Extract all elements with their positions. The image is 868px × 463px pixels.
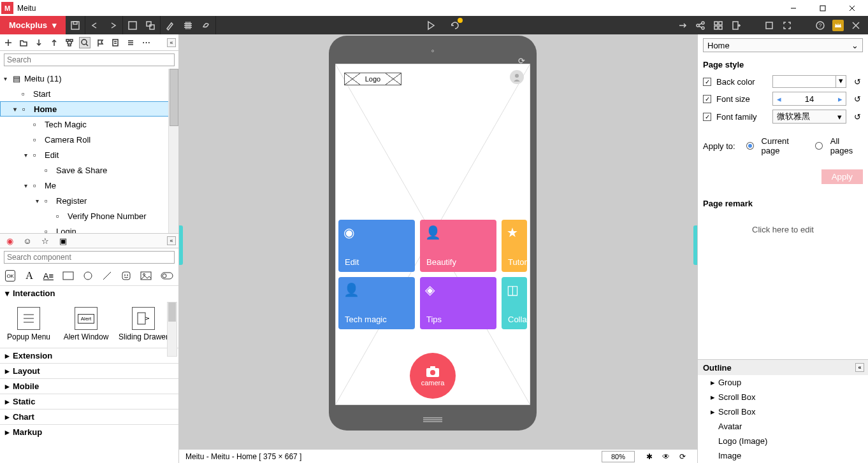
brand-menu[interactable]: Mockplus▾ [0, 16, 66, 34]
new-page-icon[interactable] [730, 20, 742, 31]
toggle-icon[interactable] [161, 270, 173, 281]
frame-icon[interactable] [763, 20, 775, 31]
mock-logo[interactable]: Logo [344, 73, 401, 85]
star-tab-icon[interactable]: ☆ [40, 235, 51, 246]
redo-icon[interactable] [107, 20, 119, 31]
template-tab-icon[interactable]: ▣ [57, 235, 69, 246]
grid-icon[interactable] [182, 20, 194, 31]
up-arrow-icon[interactable] [48, 37, 60, 48]
tree-scrollbar[interactable] [168, 69, 178, 233]
down-arrow-icon[interactable] [33, 37, 45, 48]
help-icon[interactable]: ? [814, 20, 826, 31]
category-chart[interactable]: ▸Chart [0, 409, 178, 424]
minimize-button[interactable] [779, 0, 808, 16]
tree-item-techmagic[interactable]: ▫Tech Magic [0, 117, 178, 132]
group-icon[interactable] [127, 20, 138, 31]
text-icon[interactable]: A [24, 270, 34, 281]
left-panel-handle[interactable] [179, 225, 183, 265]
eye-icon[interactable]: 👁 [660, 452, 672, 461]
export-icon[interactable] [677, 20, 688, 31]
ok-button-icon[interactable]: OK [5, 270, 15, 281]
page-selector[interactable]: Home⌄ [703, 38, 863, 52]
rectangle-icon[interactable] [62, 270, 74, 281]
image-icon[interactable] [140, 270, 152, 281]
line-icon[interactable] [102, 270, 112, 281]
outline-scrollbox2[interactable]: ▸Scroll Box [698, 404, 868, 419]
canvas[interactable]: ⟳ Logo ◉Edit 👤Beautify ★Tutor 👤Tech magi… [179, 34, 697, 463]
tree-item-me[interactable]: ▾▫Me [0, 178, 178, 193]
category-interaction[interactable]: ▾Interaction [0, 285, 178, 301]
note-icon[interactable] [110, 37, 121, 48]
outline-logo[interactable]: Logo (Image) [698, 434, 868, 448]
folder-icon[interactable] [18, 37, 29, 48]
fullscreen-icon[interactable] [781, 20, 793, 31]
tree-item-login[interactable]: ▫Login [0, 224, 178, 233]
tree-item-edit[interactable]: ▾▫Edit [0, 147, 178, 162]
more-icon[interactable]: ⋯ [140, 37, 152, 48]
category-markup[interactable]: ▸Markup [0, 424, 178, 439]
interaction-scrollbar[interactable] [167, 302, 177, 357]
category-extension[interactable]: ▸Extension [0, 348, 178, 363]
outline-image[interactable]: Image [698, 448, 868, 463]
search-toggle-icon[interactable] [79, 37, 90, 48]
tree-item-start[interactable]: ▫Start [0, 86, 178, 101]
font-family-checkbox[interactable]: ✓ [703, 113, 711, 121]
zoom-input[interactable] [602, 451, 635, 462]
close-panel-icon[interactable] [850, 20, 862, 31]
category-layout[interactable]: ▸Layout [0, 363, 178, 378]
grid-view-icon[interactable] [712, 20, 724, 31]
mock-avatar[interactable] [510, 70, 524, 84]
tile-edit[interactable]: ◉Edit [338, 220, 415, 272]
sync-icon[interactable] [449, 20, 461, 31]
crown-icon[interactable] [832, 20, 844, 31]
collapse-left-icon[interactable]: « [167, 38, 176, 47]
list-icon[interactable] [125, 37, 136, 48]
maximize-button[interactable] [808, 0, 837, 16]
mock-screen[interactable]: Logo ◉Edit 👤Beautify ★Tutor 👤Tech magic … [335, 64, 530, 405]
comp-alert-window[interactable]: Alert Alert Window [60, 307, 112, 341]
category-static[interactable]: ▸Static [0, 394, 178, 409]
paint-icon[interactable] [200, 20, 212, 31]
face-icon[interactable] [121, 270, 131, 281]
back-color-checkbox[interactable]: ✓ [703, 78, 711, 86]
undo-icon[interactable] [89, 20, 101, 31]
share-icon[interactable] [695, 20, 706, 31]
radio-current-page[interactable] [746, 142, 754, 150]
font-family-select[interactable]: 微软雅黑▾ [772, 110, 846, 124]
tile-techmagic[interactable]: 👤Tech magic [338, 277, 415, 329]
comp-sliding-drawer[interactable]: Sliding Drawer [117, 307, 170, 341]
page-search-input[interactable] [4, 53, 175, 66]
add-page-icon[interactable] [3, 37, 14, 48]
font-size-stepper[interactable]: ◂14▸ [772, 92, 846, 106]
link-status-icon[interactable]: ⟳ [677, 452, 688, 461]
reset-font-family-icon[interactable]: ↺ [851, 112, 863, 122]
back-color-picker[interactable]: ▾ [772, 75, 846, 88]
tile-beautify[interactable]: 👤Beautify [420, 220, 496, 272]
tree-item-register[interactable]: ▾▫Register [0, 193, 178, 208]
ungroup-icon[interactable] [145, 20, 156, 31]
font-size-checkbox[interactable]: ✓ [703, 95, 711, 103]
tile-colla[interactable]: ◫Colla [502, 277, 527, 329]
flag-icon[interactable] [94, 37, 106, 48]
tile-tips[interactable]: ◈Tips [420, 277, 496, 329]
tree-root[interactable]: ▾▤Meitu (11) [0, 71, 178, 86]
emoji-tab-icon[interactable]: ☺ [22, 235, 33, 246]
tree-item-verify[interactable]: ▫Verify Phone Number [0, 208, 178, 224]
components-tab-icon[interactable]: ◉ [4, 235, 15, 246]
component-search-input[interactable] [4, 251, 175, 264]
brightness-icon[interactable]: ✱ [644, 452, 655, 461]
circle-icon[interactable] [83, 270, 93, 281]
highlighter-icon[interactable] [164, 20, 176, 31]
reset-font-size-icon[interactable]: ↺ [851, 94, 863, 104]
remark-area[interactable]: Click here to edit [698, 212, 868, 359]
right-panel-handle[interactable] [693, 225, 697, 265]
tile-tutor[interactable]: ★Tutor [502, 220, 527, 272]
close-button[interactable] [837, 0, 867, 16]
collapse-outline-icon[interactable]: « [855, 363, 864, 372]
tree-item-cameraroll[interactable]: ▫Camera Roll [0, 132, 178, 147]
outline-scrollbox1[interactable]: ▸Scroll Box [698, 390, 868, 404]
save-icon[interactable] [69, 20, 81, 31]
text-style-icon[interactable]: A≡ [43, 270, 54, 281]
tree-item-home[interactable]: ▾▫Home [0, 101, 178, 117]
camera-button[interactable]: camera [410, 353, 456, 399]
